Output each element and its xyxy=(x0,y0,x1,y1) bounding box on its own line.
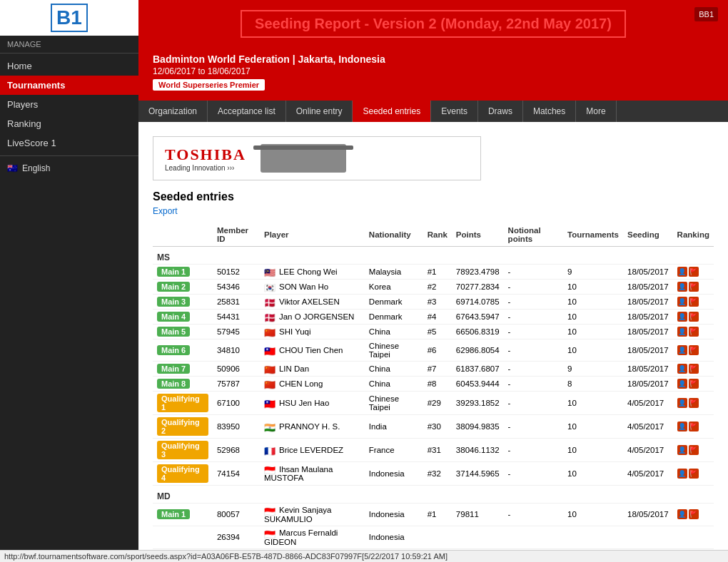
notional-cell: - xyxy=(504,310,563,325)
rank-cell: #8 xyxy=(423,377,452,392)
player-flag: 🇨🇳 xyxy=(264,364,277,373)
rank-cell: #29 xyxy=(423,392,452,415)
action-cell: 👤 🚩 xyxy=(673,362,714,377)
flag-icon-action[interactable]: 🚩 xyxy=(689,327,699,337)
badge-cell: Main 8 xyxy=(153,377,213,392)
player-icon[interactable]: 👤 xyxy=(677,267,687,277)
action-icons: 👤 🚩 xyxy=(677,469,699,479)
flag-icon-action[interactable]: 🚩 xyxy=(689,469,699,479)
nationality-cell: Malaysia xyxy=(365,265,423,280)
col-header-member-id: Member ID xyxy=(213,223,260,247)
player-cell: 🇰🇷SON Wan Ho xyxy=(260,280,365,295)
tournaments-cell: 8 xyxy=(563,377,623,392)
seeding-date-cell: 4/05/2017 xyxy=(623,415,673,439)
tournaments-cell: 10 xyxy=(563,392,623,415)
action-cell: 👤 🚩 xyxy=(673,415,714,439)
action-cell: 👤 🚩 xyxy=(673,339,714,362)
points-cell: 66506.8319 xyxy=(452,325,504,339)
action-icons: 👤 🚩 xyxy=(677,422,699,431)
flag-icon-action[interactable]: 🚩 xyxy=(689,364,699,374)
rank-cell: #2 xyxy=(423,280,452,295)
flag-icon-action[interactable]: 🚩 xyxy=(689,445,699,455)
sidebar-language[interactable]: 🇦🇺 English xyxy=(0,159,138,178)
action-icons: 👤 🚩 xyxy=(677,379,699,389)
player-icon[interactable]: 👤 xyxy=(677,422,687,431)
badge-cell: Qualifying 2 xyxy=(153,415,213,439)
member-id-cell: 83950 xyxy=(213,415,260,439)
nationality-cell: Chinese Taipei xyxy=(365,392,423,415)
section-header-md: MD xyxy=(153,486,714,504)
tab-acceptance-list[interactable]: Acceptance list xyxy=(208,101,286,122)
section-title: Seeded entries xyxy=(153,190,714,203)
badge-cell: Main 2 xyxy=(153,280,213,295)
player-icon[interactable]: 👤 xyxy=(677,282,687,292)
player-icon[interactable]: 👤 xyxy=(677,398,687,408)
player-icon[interactable]: 👤 xyxy=(677,509,687,519)
flag-icon-action[interactable]: 🚩 xyxy=(689,312,699,322)
player-icon[interactable]: 👤 xyxy=(677,345,687,355)
flag-icon-action[interactable]: 🚩 xyxy=(689,345,699,355)
tab-online-entry[interactable]: Online entry xyxy=(286,101,353,122)
col-header-nationality: Nationality xyxy=(365,223,423,247)
seeding-badge: Main 4 xyxy=(157,312,190,322)
rank-cell: #30 xyxy=(423,415,452,439)
player-icon[interactable]: 👤 xyxy=(677,312,687,322)
flag-icon-action[interactable]: 🚩 xyxy=(689,297,699,307)
tournaments-cell: 10 xyxy=(563,310,623,325)
rank-cell: #32 xyxy=(423,462,452,486)
notional-cell: - xyxy=(504,325,563,339)
player-icon[interactable]: 👤 xyxy=(677,379,687,389)
player-icon[interactable]: 👤 xyxy=(677,297,687,307)
points-cell: 60453.9444 xyxy=(452,377,504,392)
notional-cell: - xyxy=(504,504,563,526)
sidebar-item-home[interactable]: Home xyxy=(0,56,138,76)
tournament-info: Badminton World Federation | Jakarta, In… xyxy=(138,48,728,101)
table-row: Qualifying 1 67100 🇹🇼HSU Jen Hao Chinese… xyxy=(153,392,714,415)
nationality-cell: Denmark xyxy=(365,310,423,325)
tab-events[interactable]: Events xyxy=(431,101,478,122)
seeding-badge: Qualifying 2 xyxy=(157,417,208,436)
flag-icon-action[interactable]: 🚩 xyxy=(689,509,699,519)
badge-cell: Main 6 xyxy=(153,339,213,362)
nationality-cell: Indonesia xyxy=(365,462,423,486)
player-icon[interactable]: 👤 xyxy=(677,469,687,479)
col-header-points: Points xyxy=(452,223,504,247)
rank-cell: #1 xyxy=(423,265,452,280)
tab-matches[interactable]: Matches xyxy=(523,101,576,122)
points-cell: 37144.5965 xyxy=(452,462,504,486)
flag-icon-action[interactable]: 🚩 xyxy=(689,379,699,389)
sidebar-divider-2 xyxy=(0,155,138,156)
tournaments-cell: 10 xyxy=(563,280,623,295)
flag-icon-action[interactable]: 🚩 xyxy=(689,398,699,408)
points-cell: 62986.8054 xyxy=(452,339,504,362)
sidebar-item-tournaments[interactable]: Tournaments xyxy=(0,76,138,95)
flag-icon-action[interactable]: 🚩 xyxy=(689,422,699,431)
member-id-cell: 26394 xyxy=(213,526,260,548)
tab-more[interactable]: More xyxy=(576,101,616,122)
player-cell: 🇫🇷Brice LEVERDEZ xyxy=(260,439,365,462)
header-icon: BB1 xyxy=(694,7,718,21)
tab-draws[interactable]: Draws xyxy=(478,101,523,122)
sidebar-item-ranking[interactable]: Ranking xyxy=(0,114,138,133)
player-icon[interactable]: 👤 xyxy=(677,364,687,374)
flag-icon-action[interactable]: 🚩 xyxy=(689,282,699,292)
points-cell: 39293.1852 xyxy=(452,392,504,415)
player-icon[interactable]: 👤 xyxy=(677,327,687,337)
player-flag: 🇮🇩 xyxy=(264,529,277,538)
sidebar-item-livescore[interactable]: LiveScore 1 xyxy=(0,133,138,153)
member-id-cell: 52968 xyxy=(213,439,260,462)
seeding-date-cell: 18/05/2017 xyxy=(623,325,673,339)
rank-cell: #31 xyxy=(423,439,452,462)
tab-organization[interactable]: Organization xyxy=(138,101,208,122)
tab-seeded-entries[interactable]: Seeded entries xyxy=(353,101,431,122)
tournament-name: Badminton World Federation | Jakarta, In… xyxy=(153,53,714,65)
member-id-cell: 25831 xyxy=(213,295,260,310)
rank-cell: #7 xyxy=(423,362,452,377)
player-icon[interactable]: 👤 xyxy=(677,445,687,455)
sidebar-item-players[interactable]: Players xyxy=(0,95,138,114)
export-link[interactable]: Export xyxy=(153,206,178,216)
seeding-badge: Main 1 xyxy=(157,267,190,277)
status-bar: http://bwf.tournamentsoftware.com/sport/… xyxy=(0,550,728,562)
table-row: Qualifying 3 52968 🇫🇷Brice LEVERDEZ Fran… xyxy=(153,439,714,462)
flag-icon-action[interactable]: 🚩 xyxy=(689,267,699,277)
